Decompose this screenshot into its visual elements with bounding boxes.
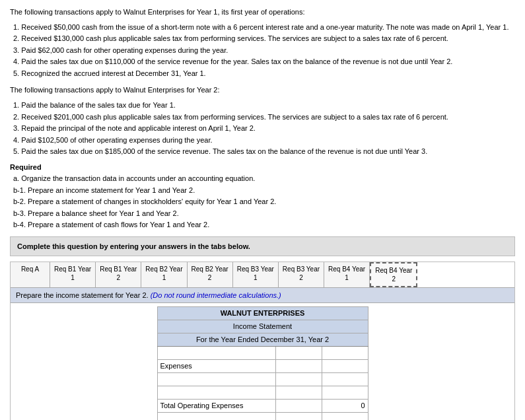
tab-b2y1-sub: 1 <box>162 274 166 281</box>
tab-b4y1-label: Req B4 Year <box>328 265 365 273</box>
tab-req-b2-year1[interactable]: Req B2 Year 1 <box>141 262 187 287</box>
tab-b2y1-label: Req B2 Year <box>145 265 182 273</box>
instruction-note: (Do not round intermediate calculations.… <box>151 291 281 299</box>
tab-b3y1-sub: 1 <box>254 274 258 281</box>
year1-item-4: 4. Paid the sales tax due on $110,000 of… <box>13 56 515 68</box>
req-item-b4: b-4. Prepare a statement of cash flows f… <box>13 219 515 231</box>
year2-item-5: 5. Paid the sales tax due on $185,000 of… <box>13 146 515 158</box>
tab-b1y1-label: Req B1 Year <box>54 265 91 273</box>
tab-b1y1-sub: 1 <box>71 274 75 281</box>
total-value: 0 <box>361 402 365 409</box>
year2-item-1: 1. Paid the balance of the sales tax due… <box>13 100 515 112</box>
required-section: Required a. Organize the transaction dat… <box>10 163 515 231</box>
required-title: Required <box>10 163 515 171</box>
year2-heading: The following transactions apply to Waln… <box>10 85 515 96</box>
tabs-row: Req A Req B1 Year 1 Req B1 Year 2 Req B2… <box>11 262 514 288</box>
row0-col1[interactable] <box>275 346 322 359</box>
total-operating-row: Total Operating Expenses 0 <box>157 399 368 412</box>
expenses-input2[interactable] <box>325 362 365 370</box>
tab-req-a[interactable]: Req A <box>11 262 50 287</box>
row3-col1[interactable] <box>275 386 322 399</box>
year2-item-2: 2. Received $201,000 cash plus applicabl… <box>13 112 515 123</box>
year1-item-5: 5. Recognized the accrued interest at De… <box>13 68 515 80</box>
year1-item-3: 3. Paid $62,000 cash for other operating… <box>13 45 515 57</box>
tab-b3y2-label: Req B3 Year <box>283 265 320 273</box>
company-header-row: WALNUT ENTERPRISES <box>157 306 368 320</box>
instruction-row: Prepare the income statement for Year 2.… <box>11 288 514 303</box>
tab-b3y2-sub: 2 <box>299 274 303 281</box>
tab-req-b3-year2[interactable]: Req B3 Year 2 <box>279 262 324 287</box>
total-col1[interactable] <box>275 399 322 412</box>
tab-b4y2-sub: 2 <box>392 275 396 283</box>
total-input1[interactable] <box>279 402 319 409</box>
row0-col2[interactable] <box>322 346 368 359</box>
row5-label <box>157 412 275 420</box>
row2-label <box>157 372 275 386</box>
req-item-b1: b-1. Prepare an income statement for Yea… <box>13 185 515 197</box>
year1-list: 1. Received $50,000 cash from the issue … <box>10 22 515 80</box>
expenses-input1[interactable] <box>279 362 319 370</box>
complete-text: Complete this question by entering your … <box>17 242 250 250</box>
tab-b4y1-sub: 1 <box>345 274 349 281</box>
row0-label <box>157 346 275 359</box>
row5-input2[interactable] <box>325 415 365 420</box>
row2-col1[interactable] <box>275 372 322 386</box>
tab-req-b4-year2[interactable]: Req B4 Year 2 <box>370 262 417 287</box>
expenses-text: Expenses <box>160 362 192 370</box>
complete-box: Complete this question by entering your … <box>10 236 515 256</box>
total-operating-label: Total Operating Expenses <box>157 399 275 412</box>
year1-heading: The following transactions apply to Waln… <box>10 7 515 18</box>
income-statement-area: WALNUT ENTERPRISES Income Statement For … <box>11 303 514 420</box>
row2-col2[interactable] <box>322 372 368 386</box>
tab-b2y2-sub: 2 <box>208 274 212 281</box>
tab-req-b3-year1[interactable]: Req B3 Year 1 <box>233 262 279 287</box>
period-row: For the Year Ended December 31, Year 2 <box>157 333 368 346</box>
total-col2: 0 <box>322 399 368 412</box>
row0-input1[interactable] <box>279 349 319 357</box>
period-label: For the Year Ended December 31, Year 2 <box>157 333 368 346</box>
row0-input2[interactable] <box>325 349 365 357</box>
tab-req-b4-year1[interactable]: Req B4 Year 1 <box>324 262 370 287</box>
row3-input2[interactable] <box>325 388 365 396</box>
company-name: WALNUT ENTERPRISES <box>157 306 368 320</box>
row3-label <box>157 386 275 399</box>
row5-col2[interactable] <box>322 412 368 420</box>
expenses-col2[interactable] <box>322 359 368 372</box>
row2-input1[interactable] <box>279 375 319 383</box>
tab-req-b1-year1[interactable]: Req B1 Year 1 <box>50 262 96 287</box>
year1-item-2: 2. Received $130,000 cash plus applicabl… <box>13 33 515 45</box>
table-row <box>157 386 368 399</box>
tab-req-b1-year2[interactable]: Req B1 Year 2 <box>96 262 141 287</box>
table-row: Expenses <box>157 359 368 372</box>
tab-b1y2-sub: 2 <box>116 274 120 281</box>
income-table: WALNUT ENTERPRISES Income Statement For … <box>157 306 368 420</box>
row2-input2[interactable] <box>325 375 365 383</box>
req-item-a: a. Organize the transaction data in acco… <box>13 173 515 185</box>
year1-item-1: 1. Received $50,000 cash from the issue … <box>13 22 515 34</box>
table-row <box>157 346 368 359</box>
req-item-b2: b-2. Prepare a statement of changes in s… <box>13 196 515 208</box>
total-operating-text: Total Operating Expenses <box>160 402 244 409</box>
tab-b4y2-label: Req B4 Year <box>375 267 412 274</box>
tab-req-b2-year2[interactable]: Req B2 Year 2 <box>188 262 233 287</box>
tabs-container: Req A Req B1 Year 1 Req B1 Year 2 Req B2… <box>10 262 515 420</box>
row5-col1[interactable] <box>275 412 322 420</box>
statement-title-row: Income Statement <box>157 320 368 333</box>
tab-b2y2-label: Req B2 Year <box>192 265 228 273</box>
instruction-prefix: Prepare the income statement for Year 2. <box>16 291 149 299</box>
year2-item-4: 4. Paid $102,500 of other operating expe… <box>13 135 515 147</box>
intro-section: The following transactions apply to Waln… <box>10 7 515 158</box>
row3-col2[interactable] <box>322 386 368 399</box>
tab-req-a-label: Req A <box>21 265 39 273</box>
row3-input1[interactable] <box>279 388 319 396</box>
expenses-col1[interactable] <box>275 359 322 372</box>
expenses-label: Expenses <box>157 359 275 372</box>
tab-b3y1-label: Req B3 Year <box>237 265 274 273</box>
table-row <box>157 412 368 420</box>
year2-list: 1. Paid the balance of the sales tax due… <box>10 100 515 158</box>
tab-b1y2-label: Req B1 Year <box>100 265 137 273</box>
statement-title: Income Statement <box>157 320 368 333</box>
row5-input1[interactable] <box>279 415 319 420</box>
table-row <box>157 372 368 386</box>
year2-item-3: 3. Repaid the principal of the note and … <box>13 123 515 135</box>
